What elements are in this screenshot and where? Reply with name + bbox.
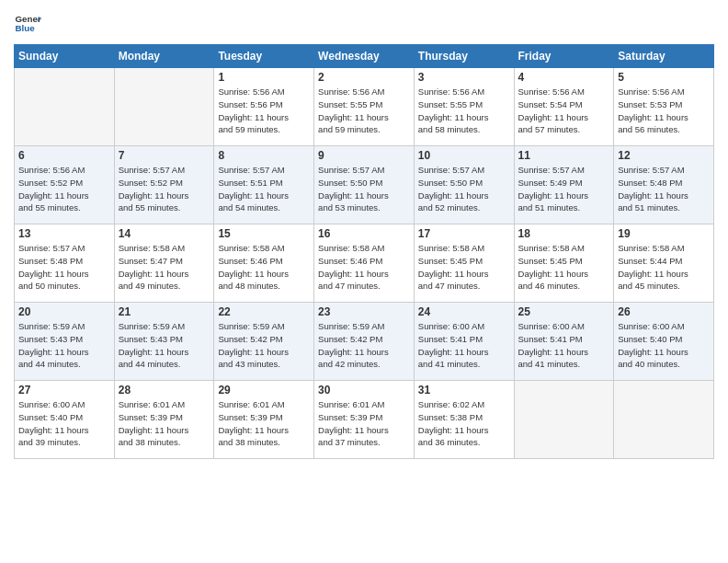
calendar-cell: 16Sunrise: 5:58 AM Sunset: 5:46 PM Dayli… bbox=[314, 224, 415, 303]
day-info: Sunrise: 5:59 AM Sunset: 5:43 PM Dayligh… bbox=[119, 320, 210, 371]
calendar-cell: 29Sunrise: 6:01 AM Sunset: 5:39 PM Dayli… bbox=[214, 381, 314, 459]
day-info: Sunrise: 6:02 AM Sunset: 5:38 PM Dayligh… bbox=[418, 398, 510, 449]
calendar-cell: 14Sunrise: 5:58 AM Sunset: 5:47 PM Dayli… bbox=[114, 224, 214, 303]
calendar-cell: 24Sunrise: 6:00 AM Sunset: 5:41 PM Dayli… bbox=[414, 303, 514, 381]
day-info: Sunrise: 5:56 AM Sunset: 5:55 PM Dayligh… bbox=[318, 86, 410, 136]
day-number: 29 bbox=[218, 384, 310, 396]
calendar-week-row: 6Sunrise: 5:56 AM Sunset: 5:52 PM Daylig… bbox=[15, 146, 714, 224]
calendar-cell: 11Sunrise: 5:57 AM Sunset: 5:49 PM Dayli… bbox=[514, 146, 614, 224]
day-info: Sunrise: 5:57 AM Sunset: 5:52 PM Dayligh… bbox=[119, 164, 210, 214]
day-number: 17 bbox=[418, 227, 510, 240]
day-number: 15 bbox=[218, 227, 310, 240]
logo: General Blue bbox=[14, 9, 45, 37]
calendar-cell: 30Sunrise: 6:01 AM Sunset: 5:39 PM Dayli… bbox=[314, 381, 415, 459]
calendar-cell bbox=[15, 68, 115, 146]
calendar-cell: 2Sunrise: 5:56 AM Sunset: 5:55 PM Daylig… bbox=[314, 68, 415, 146]
day-info: Sunrise: 5:58 AM Sunset: 5:46 PM Dayligh… bbox=[318, 242, 410, 293]
calendar-body: 1Sunrise: 5:56 AM Sunset: 5:56 PM Daylig… bbox=[15, 68, 714, 459]
calendar-cell: 6Sunrise: 5:56 AM Sunset: 5:52 PM Daylig… bbox=[15, 146, 115, 224]
calendar-week-row: 20Sunrise: 5:59 AM Sunset: 5:43 PM Dayli… bbox=[15, 303, 714, 381]
calendar-cell: 15Sunrise: 5:58 AM Sunset: 5:46 PM Dayli… bbox=[214, 224, 314, 303]
calendar-cell: 7Sunrise: 5:57 AM Sunset: 5:52 PM Daylig… bbox=[114, 146, 214, 224]
calendar-cell: 12Sunrise: 5:57 AM Sunset: 5:48 PM Dayli… bbox=[614, 146, 714, 224]
calendar-cell bbox=[514, 381, 614, 459]
day-info: Sunrise: 6:00 AM Sunset: 5:40 PM Dayligh… bbox=[618, 320, 710, 371]
day-number: 27 bbox=[18, 384, 110, 396]
calendar-cell: 23Sunrise: 5:59 AM Sunset: 5:42 PM Dayli… bbox=[314, 303, 415, 381]
day-info: Sunrise: 5:58 AM Sunset: 5:44 PM Dayligh… bbox=[618, 242, 710, 293]
calendar-cell: 1Sunrise: 5:56 AM Sunset: 5:56 PM Daylig… bbox=[214, 68, 314, 146]
calendar-week-row: 1Sunrise: 5:56 AM Sunset: 5:56 PM Daylig… bbox=[15, 68, 714, 146]
day-info: Sunrise: 5:59 AM Sunset: 5:43 PM Dayligh… bbox=[18, 320, 110, 371]
day-info: Sunrise: 5:56 AM Sunset: 5:56 PM Dayligh… bbox=[218, 86, 310, 136]
day-number: 26 bbox=[618, 305, 710, 318]
calendar-week-row: 27Sunrise: 6:00 AM Sunset: 5:40 PM Dayli… bbox=[15, 381, 714, 459]
day-number: 1 bbox=[218, 71, 310, 84]
day-info: Sunrise: 5:59 AM Sunset: 5:42 PM Dayligh… bbox=[218, 320, 310, 371]
weekday-header: Saturday bbox=[614, 45, 714, 68]
day-info: Sunrise: 5:56 AM Sunset: 5:52 PM Dayligh… bbox=[18, 164, 110, 214]
day-number: 8 bbox=[218, 149, 310, 162]
calendar-table: SundayMondayTuesdayWednesdayThursdayFrid… bbox=[14, 44, 714, 459]
weekday-header: Friday bbox=[514, 45, 614, 68]
day-info: Sunrise: 5:57 AM Sunset: 5:50 PM Dayligh… bbox=[318, 164, 410, 214]
day-number: 18 bbox=[518, 227, 610, 240]
weekday-header: Tuesday bbox=[214, 45, 314, 68]
day-info: Sunrise: 5:57 AM Sunset: 5:49 PM Dayligh… bbox=[518, 164, 610, 214]
header: General Blue bbox=[14, 9, 714, 37]
day-info: Sunrise: 5:57 AM Sunset: 5:50 PM Dayligh… bbox=[418, 164, 510, 214]
day-info: Sunrise: 5:58 AM Sunset: 5:46 PM Dayligh… bbox=[218, 242, 310, 293]
day-number: 25 bbox=[518, 305, 610, 318]
calendar-cell: 31Sunrise: 6:02 AM Sunset: 5:38 PM Dayli… bbox=[414, 381, 514, 459]
logo-icon: General Blue bbox=[14, 9, 41, 37]
page-container: General Blue SundayMondayTuesdayWednesda… bbox=[0, 0, 728, 464]
day-number: 19 bbox=[618, 227, 710, 240]
day-number: 11 bbox=[518, 149, 610, 162]
calendar-cell: 17Sunrise: 5:58 AM Sunset: 5:45 PM Dayli… bbox=[414, 224, 514, 303]
day-number: 3 bbox=[418, 71, 510, 84]
day-number: 22 bbox=[218, 305, 310, 318]
weekday-header: Sunday bbox=[15, 45, 115, 68]
day-number: 20 bbox=[18, 305, 110, 318]
day-info: Sunrise: 6:00 AM Sunset: 5:41 PM Dayligh… bbox=[518, 320, 610, 371]
calendar-cell: 9Sunrise: 5:57 AM Sunset: 5:50 PM Daylig… bbox=[314, 146, 415, 224]
calendar-cell: 20Sunrise: 5:59 AM Sunset: 5:43 PM Dayli… bbox=[15, 303, 115, 381]
day-info: Sunrise: 5:59 AM Sunset: 5:42 PM Dayligh… bbox=[318, 320, 410, 371]
calendar-cell: 25Sunrise: 6:00 AM Sunset: 5:41 PM Dayli… bbox=[514, 303, 614, 381]
weekday-header: Wednesday bbox=[314, 45, 415, 68]
calendar-cell: 4Sunrise: 5:56 AM Sunset: 5:54 PM Daylig… bbox=[514, 68, 614, 146]
day-number: 5 bbox=[618, 71, 710, 84]
day-info: Sunrise: 5:56 AM Sunset: 5:54 PM Dayligh… bbox=[518, 86, 610, 136]
calendar-cell: 18Sunrise: 5:58 AM Sunset: 5:45 PM Dayli… bbox=[514, 224, 614, 303]
day-number: 10 bbox=[418, 149, 510, 162]
day-info: Sunrise: 6:01 AM Sunset: 5:39 PM Dayligh… bbox=[318, 398, 410, 449]
weekday-header: Thursday bbox=[414, 45, 514, 68]
calendar-cell: 5Sunrise: 5:56 AM Sunset: 5:53 PM Daylig… bbox=[614, 68, 714, 146]
day-number: 24 bbox=[418, 305, 510, 318]
calendar-cell bbox=[614, 381, 714, 459]
day-number: 2 bbox=[318, 71, 410, 84]
day-number: 6 bbox=[18, 149, 110, 162]
day-number: 31 bbox=[418, 384, 510, 396]
day-info: Sunrise: 5:57 AM Sunset: 5:48 PM Dayligh… bbox=[18, 242, 110, 293]
calendar-cell: 10Sunrise: 5:57 AM Sunset: 5:50 PM Dayli… bbox=[414, 146, 514, 224]
day-number: 9 bbox=[318, 149, 410, 162]
day-number: 7 bbox=[119, 149, 210, 162]
svg-text:Blue: Blue bbox=[16, 23, 36, 33]
calendar-cell: 3Sunrise: 5:56 AM Sunset: 5:55 PM Daylig… bbox=[414, 68, 514, 146]
day-number: 23 bbox=[318, 305, 410, 318]
svg-text:General: General bbox=[16, 14, 42, 24]
day-info: Sunrise: 5:57 AM Sunset: 5:48 PM Dayligh… bbox=[618, 164, 710, 214]
calendar-cell: 26Sunrise: 6:00 AM Sunset: 5:40 PM Dayli… bbox=[614, 303, 714, 381]
day-info: Sunrise: 5:58 AM Sunset: 5:47 PM Dayligh… bbox=[119, 242, 210, 293]
day-number: 14 bbox=[119, 227, 210, 240]
day-number: 21 bbox=[119, 305, 210, 318]
day-number: 4 bbox=[518, 71, 610, 84]
day-number: 13 bbox=[18, 227, 110, 240]
day-info: Sunrise: 6:00 AM Sunset: 5:40 PM Dayligh… bbox=[18, 398, 110, 449]
calendar-cell: 28Sunrise: 6:01 AM Sunset: 5:39 PM Dayli… bbox=[114, 381, 214, 459]
day-number: 12 bbox=[618, 149, 710, 162]
day-info: Sunrise: 5:57 AM Sunset: 5:51 PM Dayligh… bbox=[218, 164, 310, 214]
calendar-week-row: 13Sunrise: 5:57 AM Sunset: 5:48 PM Dayli… bbox=[15, 224, 714, 303]
day-info: Sunrise: 6:01 AM Sunset: 5:39 PM Dayligh… bbox=[218, 398, 310, 449]
